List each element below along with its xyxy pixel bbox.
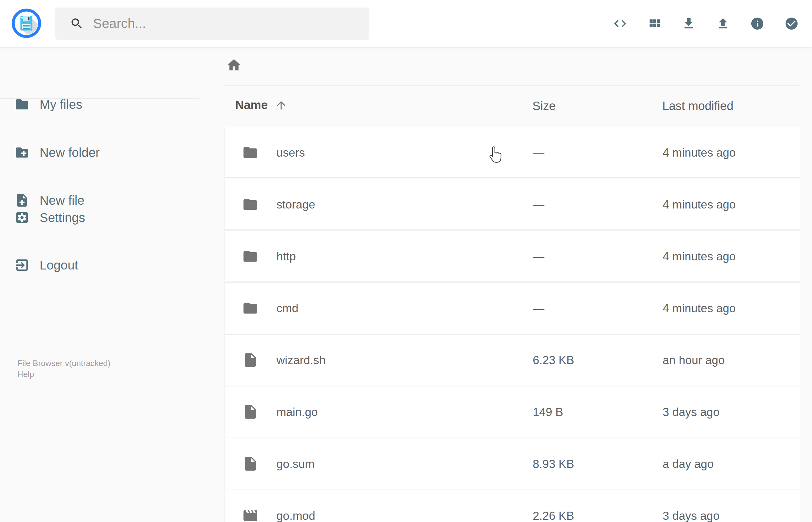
sort-ascending-icon <box>275 99 287 112</box>
list-item-users[interactable]: users — 4 minutes ago <box>224 127 800 178</box>
help-link[interactable]: Help <box>17 369 110 380</box>
app-version: File Browser v(untracked) <box>17 358 110 369</box>
select-multiple-button[interactable] <box>784 16 799 31</box>
sidebar-item-logout[interactable]: Logout <box>15 250 78 280</box>
item-size: — <box>533 302 544 315</box>
item-modified: 3 days ago <box>663 509 719 522</box>
sidebar-item-my-files[interactable]: My files <box>15 89 82 120</box>
filebrowser-logo[interactable] <box>11 8 41 38</box>
info-button[interactable] <box>750 16 765 31</box>
check-circle-icon <box>784 16 799 31</box>
file-icon <box>242 404 259 420</box>
download-icon <box>682 16 696 31</box>
folder-icon <box>242 196 259 213</box>
item-modified: 4 minutes ago <box>663 302 736 315</box>
sidebar-item-new-folder[interactable]: New folder <box>15 137 100 167</box>
top-bar <box>0 0 812 47</box>
folder-icon <box>242 300 259 316</box>
folder-icon <box>15 97 29 112</box>
list-item-go-mod[interactable]: go.mod 2.26 KB 3 days ago <box>224 490 800 522</box>
list-item-http[interactable]: http — 4 minutes ago <box>224 230 800 281</box>
item-name: storage <box>277 198 315 211</box>
sidebar-divider <box>0 193 199 194</box>
item-modified: 4 minutes ago <box>663 250 736 263</box>
column-name-label: Name <box>235 98 268 112</box>
item-size: — <box>533 198 544 211</box>
floppy-disk-logo-icon <box>11 8 41 38</box>
list-item-wizard-sh[interactable]: wizard.sh 6.23 KB an hour ago <box>224 334 800 385</box>
column-header-size[interactable]: Size <box>532 99 556 113</box>
item-name: http <box>277 250 296 263</box>
sidebar-item-settings[interactable]: Settings <box>15 202 85 233</box>
settings-icon <box>15 210 29 225</box>
item-size: — <box>533 250 544 263</box>
sidebar-item-label: New folder <box>40 146 100 160</box>
item-name: users <box>277 146 305 159</box>
download-button[interactable] <box>682 16 696 31</box>
item-modified: 4 minutes ago <box>663 146 736 159</box>
file-icon <box>242 456 259 472</box>
folder-icon <box>242 144 259 161</box>
item-size: — <box>533 146 544 159</box>
sidebar-divider <box>0 98 199 99</box>
create-new-folder-icon <box>15 145 29 160</box>
code-view-button[interactable] <box>613 16 627 31</box>
list-item-go-sum[interactable]: go.sum 8.93 KB a day ago <box>224 438 800 489</box>
folder-icon <box>242 248 259 264</box>
upload-button[interactable] <box>716 16 730 31</box>
item-name: main.go <box>277 406 318 419</box>
item-name: cmd <box>277 302 299 315</box>
info-icon <box>750 16 765 31</box>
movie-file-icon <box>242 507 259 522</box>
code-icon <box>613 16 627 31</box>
column-header-modified[interactable]: Last modified <box>662 99 733 113</box>
grid-view-button[interactable] <box>647 16 662 31</box>
search-icon <box>70 17 84 31</box>
breadcrumb-divider <box>224 85 800 85</box>
item-name: go.mod <box>277 509 315 522</box>
sidebar-item-label: My files <box>40 98 82 112</box>
sidebar-credits: File Browser v(untracked) Help <box>17 358 110 380</box>
upload-icon <box>716 16 730 31</box>
item-modified: an hour ago <box>663 354 725 367</box>
item-modified: a day ago <box>663 458 714 471</box>
item-modified: 4 minutes ago <box>663 198 736 211</box>
item-size: 2.26 KB <box>533 509 574 522</box>
grid-view-icon <box>647 16 662 31</box>
search-bar[interactable] <box>55 7 369 40</box>
sidebar-item-label: Settings <box>40 211 85 225</box>
logout-icon <box>15 258 29 273</box>
list-item-cmd[interactable]: cmd — 4 minutes ago <box>224 282 800 333</box>
file-icon <box>242 352 259 368</box>
listing-column-headers: Name Size Last modified <box>224 93 800 121</box>
search-input[interactable] <box>93 16 357 31</box>
item-size: 8.93 KB <box>533 458 574 471</box>
item-modified: 3 days ago <box>663 406 719 419</box>
sidebar: My files New folder New file Settings Lo… <box>0 47 199 522</box>
breadcrumb-home-button[interactable] <box>226 57 242 73</box>
item-size: 6.23 KB <box>533 354 574 367</box>
list-item-storage[interactable]: storage — 4 minutes ago <box>224 179 800 229</box>
toolbar-actions <box>613 16 799 31</box>
column-header-name[interactable]: Name <box>235 98 287 112</box>
sidebar-item-label: Logout <box>40 258 78 272</box>
item-size: 149 B <box>533 406 563 419</box>
list-item-main-go[interactable]: main.go 149 B 3 days ago <box>224 386 800 437</box>
item-name: wizard.sh <box>277 354 325 367</box>
item-name: go.sum <box>277 458 314 471</box>
file-listing: users — 4 minutes ago storage — 4 minute… <box>224 127 800 522</box>
home-icon <box>226 57 242 73</box>
